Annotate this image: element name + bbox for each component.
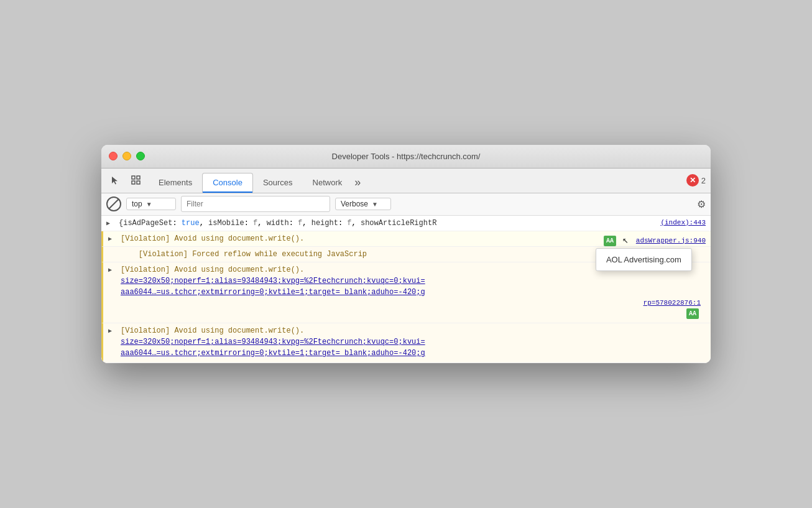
- svg-rect-1: [132, 181, 135, 184]
- context-chevron-icon: ▼: [146, 201, 152, 208]
- console-line-2: ▶ [Violation] Avoid using document.write…: [101, 231, 711, 247]
- url-line-4b[interactable]: aaa6044…=us.tchcr;extmirroring=0;kvtile=…: [121, 288, 425, 297]
- console-line-1: ▶ (index):443 {isAdPageSet: true, isMobi…: [101, 216, 711, 231]
- tab-bar: Elements Console Sources Network »: [149, 169, 683, 193]
- line-ref-2[interactable]: adsWrapper.js:940: [636, 236, 706, 246]
- devtools-window: Developer Tools - https://techcrunch.com…: [101, 145, 711, 364]
- console-content: ▶ (index):443 {isAdPageSet: true, isMobi…: [101, 216, 711, 364]
- verbose-chevron-icon: ▼: [372, 201, 378, 208]
- window-title: Developer Tools - https://techcrunch.com…: [332, 152, 481, 161]
- title-bar: Developer Tools - https://techcrunch.com…: [101, 145, 711, 169]
- svg-rect-0: [132, 176, 135, 179]
- svg-rect-3: [137, 181, 140, 184]
- error-icon: ✕: [686, 174, 699, 187]
- error-badge: ✕ 2: [686, 174, 706, 187]
- tooltip-2: AOL Advertising.com: [596, 248, 692, 272]
- console-toolbar: top ▼ Verbose ▼ ⚙: [101, 193, 711, 216]
- toggle-arrow-5[interactable]: ▶: [108, 326, 112, 336]
- settings-icon[interactable]: ⚙: [697, 198, 706, 210]
- maximize-button[interactable]: [136, 152, 145, 160]
- error-count: 2: [701, 176, 706, 185]
- svg-rect-2: [137, 176, 140, 179]
- line-ref-1[interactable]: (index):443: [660, 218, 706, 228]
- tab-elements[interactable]: Elements: [149, 173, 202, 193]
- filter-input[interactable]: [181, 196, 330, 212]
- tab-network[interactable]: Network: [303, 173, 353, 193]
- toggle-arrow-4[interactable]: ▶: [108, 266, 112, 275]
- aa-badge-wrapper-2[interactable]: AA ↖ AOL Advertising.com: [602, 233, 629, 248]
- console-line-5: ▶ [Violation] Avoid using document.write…: [101, 323, 711, 363]
- tab-console[interactable]: Console: [202, 173, 253, 193]
- toolbar-right: ✕ 2: [686, 174, 706, 187]
- more-tabs-button[interactable]: »: [352, 173, 363, 193]
- url-line-5b[interactable]: aaa6044…=us.tchcr;extmirroring=0;kvtile=…: [121, 349, 425, 358]
- clear-console-button[interactable]: [106, 196, 121, 211]
- tab-sources[interactable]: Sources: [253, 173, 303, 193]
- aa-badge-2: AA: [604, 236, 616, 246]
- context-selector[interactable]: top ▼: [126, 198, 176, 210]
- verbose-label: Verbose: [341, 200, 368, 208]
- console-line-4: ▶ [Violation] Avoid using document.write…: [101, 262, 711, 324]
- toggle-arrow-2[interactable]: ▶: [108, 234, 112, 244]
- verbose-selector[interactable]: Verbose ▼: [335, 198, 391, 210]
- cursor-tool-icon[interactable]: [106, 172, 124, 189]
- minimize-button[interactable]: [122, 152, 131, 160]
- inspect-icon[interactable]: [127, 172, 145, 189]
- tab-toolbar: Elements Console Sources Network » ✕ 2: [101, 169, 711, 193]
- traffic-lights: [109, 152, 145, 160]
- url-line-4a[interactable]: size=320x50;noperf=1;alias=93484943;kvpg…: [121, 277, 425, 285]
- url-line-5a[interactable]: size=320x50;noperf=1;alias=93484943;kvpg…: [121, 338, 425, 346]
- aa-badge-4: AA: [686, 308, 699, 319]
- context-label: top: [132, 200, 142, 208]
- toggle-arrow-1[interactable]: ▶: [106, 219, 110, 228]
- line-ref-4[interactable]: rp=578022876:1: [121, 298, 706, 308]
- close-button[interactable]: [109, 152, 118, 160]
